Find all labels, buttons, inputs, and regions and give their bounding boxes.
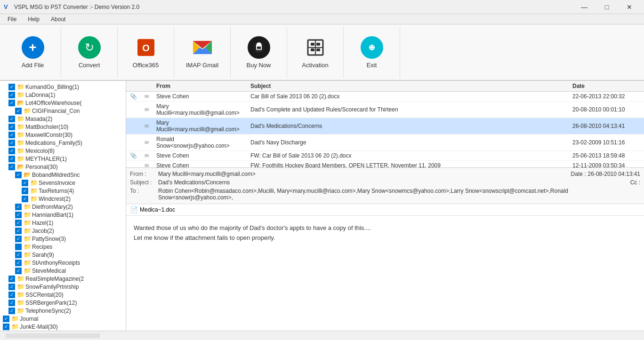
tree-checkbox[interactable] — [8, 300, 15, 306]
from-cell: Mary Mucilli<mary.mucilli@gmail.com> — [153, 118, 247, 134]
tree-checkbox[interactable] — [22, 180, 28, 186]
tree-item[interactable]: 📁Mexicolo(8) — [0, 147, 126, 155]
imap-gmail-button[interactable]: IMAP Gmail — [174, 26, 231, 78]
convert-button[interactable]: ↻ Convert — [61, 26, 118, 78]
email-row[interactable]: 📎✉Steve CohenCar Bill of Sale 2013 06 20… — [126, 92, 644, 102]
tree-item[interactable]: 📁HanniandBart(1) — [0, 211, 126, 219]
tree-item[interactable]: 📁MaxwellConstr(30) — [0, 131, 126, 139]
tree-item[interactable]: 📁Journal — [0, 315, 126, 323]
activation-button[interactable]: Activation — [287, 26, 344, 78]
email-row[interactable]: ✉Ronald Snow<snowrjs@yahoo.com>Dad's Nav… — [126, 134, 644, 151]
tree-item[interactable]: 📁LaDonna(1) — [0, 91, 126, 99]
preview-subject-row: Subject : Dad's Medications/Concerns Cc … — [130, 178, 640, 187]
tree-item[interactable]: 📁RealSimpleMagazine(2 — [0, 275, 126, 283]
maximize-button[interactable]: □ — [596, 0, 618, 14]
tree-item[interactable]: 📁DietfromMary(2) — [0, 203, 126, 211]
tree-item[interactable]: 📁Sarah(9) — [0, 251, 126, 259]
tree-checkbox[interactable] — [15, 260, 22, 266]
tree-item[interactable]: 📁SSRBergenPark(12) — [0, 299, 126, 307]
folder-icon: 📁 — [30, 179, 38, 186]
tree-item[interactable]: 📁StAnthonyReceipts — [0, 259, 126, 267]
tree-checkbox[interactable] — [8, 84, 15, 90]
menu-about[interactable]: About — [45, 15, 71, 24]
tree-checkbox[interactable] — [8, 156, 15, 162]
tree-item[interactable]: 📁Jacob(2) — [0, 227, 126, 235]
tree-checkbox[interactable] — [8, 284, 15, 290]
tree-checkbox[interactable] — [8, 124, 15, 130]
tree-item[interactable]: 📁SteveMedical — [0, 267, 126, 275]
email-row[interactable]: ✉Steve CohenFW: Foothills Hockey Board M… — [126, 161, 644, 168]
email-row[interactable]: ✉Mary Mucilli<mary.mucilli@gmail.com>Dad… — [126, 118, 644, 134]
tree-item[interactable]: 📁MattBochsler(10) — [0, 123, 126, 131]
close-button[interactable]: ✕ — [619, 0, 640, 14]
tree-checkbox[interactable] — [8, 276, 15, 282]
tree-item[interactable]: 📁MEYTHALER(1) — [0, 155, 126, 163]
exit-button[interactable]: Exit — [344, 26, 400, 78]
date-cell: 25-06-2013 18:59:48 — [569, 151, 644, 161]
tree-checkbox[interactable] — [15, 172, 22, 178]
tree-checkbox[interactable] — [15, 252, 22, 258]
tree-item[interactable]: 📂Personal(30) — [0, 163, 126, 171]
tree-checkbox[interactable] — [8, 140, 15, 146]
tree-checkbox[interactable] — [15, 220, 22, 226]
tree-item[interactable]: 📁TelephoneSync(2) — [0, 307, 126, 315]
tree-checkbox[interactable] — [8, 148, 15, 154]
msg-icon-cell: ✉ — [141, 92, 153, 102]
buy-now-label: Buy Now — [246, 62, 271, 69]
tree-checkbox[interactable] — [15, 204, 22, 210]
folder-tree[interactable]: 📁KumandGo_Billing(1)📁LaDonna(1)📂Lot4Offi… — [0, 81, 126, 331]
menu-help[interactable]: Help — [22, 15, 45, 24]
tree-checkbox[interactable] — [8, 132, 15, 138]
tree-checkbox[interactable] — [8, 100, 15, 106]
tree-checkbox[interactable] — [8, 92, 15, 98]
tree-item[interactable]: 📁Medications_Family(5) — [0, 139, 126, 147]
tree-item[interactable]: 📁JunkE-Mail(30) — [0, 323, 126, 331]
tree-item[interactable]: 📁Recipes — [0, 243, 126, 251]
tree-item[interactable]: 📁Masada(2) — [0, 115, 126, 123]
minimize-button[interactable]: — — [573, 0, 595, 14]
tree-item-label: Lot4OfficeWarehouse( — [25, 100, 81, 106]
tree-item[interactable]: 📁SSCRental(20) — [0, 291, 126, 299]
statusbar-scrollbar[interactable] — [6, 333, 100, 338]
subject-label: Subject : — [130, 179, 158, 186]
tree-checkbox[interactable] — [15, 268, 22, 274]
tree-item[interactable]: 📁PattySnow(3) — [0, 235, 126, 243]
email-list[interactable]: From Subject Date 📎✉Steve CohenCar Bill … — [126, 81, 644, 168]
tree-item[interactable]: 📁Windcrest(2) — [0, 195, 126, 203]
tree-item[interactable]: 📁CIGIFinancial_Con — [0, 107, 126, 115]
tree-checkbox[interactable] — [15, 212, 22, 218]
email-row[interactable]: ✉Mary Mucilli<mary.mucilli@gmail.com>Dad… — [126, 102, 644, 118]
tree-checkbox[interactable] — [8, 292, 15, 298]
add-file-button[interactable]: + Add File — [5, 26, 61, 78]
tree-item[interactable]: 📂BobandMildredSnc — [0, 171, 126, 179]
tree-item[interactable]: 📁Hazel(1) — [0, 219, 126, 227]
tree-checkbox[interactable] — [8, 116, 15, 122]
svg-rect-17 — [316, 48, 320, 51]
tree-item[interactable]: 📁SevensInvoice — [0, 179, 126, 187]
folder-icon: 📁 — [11, 323, 19, 330]
tree-checkbox[interactable] — [22, 196, 28, 202]
tree-checkbox[interactable] — [3, 316, 9, 322]
titlebar: V VSPL MSG to PST Converter :- Demo Vers… — [0, 0, 644, 14]
attach-cell — [126, 118, 141, 134]
tree-checkbox[interactable] — [22, 188, 28, 194]
email-row[interactable]: 📎✉Steve CohenFW: Car Bill of Sale 2013 0… — [126, 151, 644, 161]
folder-icon: 📁 — [11, 315, 19, 322]
buy-now-button[interactable]: Buy Now — [231, 26, 287, 78]
msg-icon-cell: ✉ — [141, 134, 153, 151]
tree-checkbox[interactable] — [15, 228, 22, 234]
tree-checkbox[interactable] — [8, 164, 15, 170]
tree-checkbox[interactable] — [15, 108, 22, 114]
tree-item[interactable]: 📁TaxReturns(4) — [0, 187, 126, 195]
tree-checkbox[interactable] — [15, 244, 22, 250]
folder-icon: 📁 — [24, 251, 31, 258]
tree-checkbox[interactable] — [15, 236, 22, 242]
tree-item[interactable]: 📁SnowFamilyPrtnrship — [0, 283, 126, 291]
date-label: Date : — [571, 171, 586, 177]
office365-button[interactable]: O Office365 — [118, 26, 174, 78]
tree-checkbox[interactable] — [8, 308, 15, 314]
tree-item[interactable]: 📂Lot4OfficeWarehouse( — [0, 99, 126, 107]
tree-checkbox[interactable] — [3, 324, 9, 330]
menu-file[interactable]: File — [2, 15, 22, 24]
tree-item[interactable]: 📁KumandGo_Billing(1) — [0, 83, 126, 91]
